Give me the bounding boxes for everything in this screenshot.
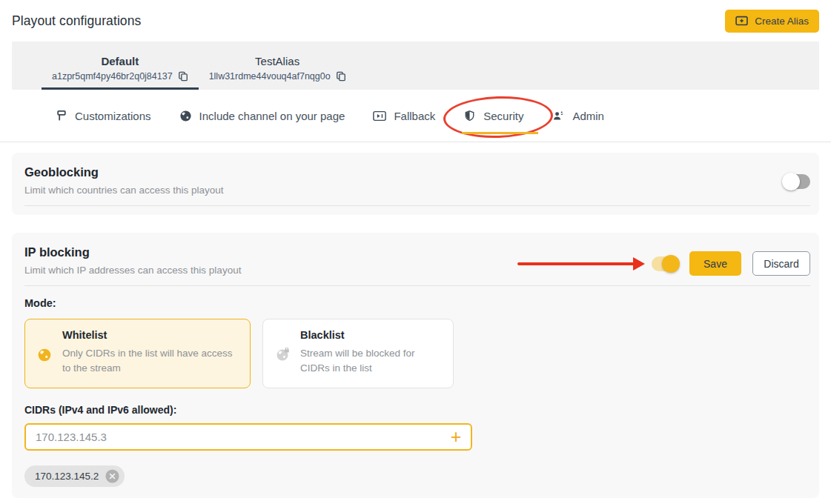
red-arrow-annotation	[517, 256, 645, 271]
mode-selector: Whitelist Only CIDRs in the list will ha…	[24, 319, 807, 388]
cidr-input-group: +	[24, 423, 472, 451]
ip-blocking-description: Limit which IP addresses can access this…	[24, 265, 241, 276]
toggle-knob	[662, 255, 680, 273]
page-header: Playout configurations Create Alias	[0, 0, 831, 42]
tab-fallback[interactable]: Fallback	[373, 110, 435, 122]
ip-blocking-section: IP blocking Limit which IP addresses can…	[12, 233, 819, 498]
copy-icon[interactable]	[178, 71, 188, 82]
geoblocking-description: Limit which countries can access this pl…	[24, 185, 224, 196]
alias-name: Default	[101, 55, 139, 67]
geoblocking-section: Geoblocking Limit which countries can ac…	[12, 153, 819, 215]
cidr-chip-value: 170.123.145.2	[35, 471, 99, 482]
mode-description: Only CIDRs in the list will have access …	[62, 346, 238, 377]
create-alias-label: Create Alias	[755, 16, 809, 27]
tab-label: Admin	[572, 110, 604, 122]
geoblocking-toggle[interactable]	[784, 174, 810, 189]
save-button[interactable]: Save	[689, 251, 741, 276]
globe-icon	[179, 110, 192, 122]
ip-blocking-title: IP blocking	[24, 245, 241, 259]
globe-icon	[37, 346, 62, 377]
cidr-chip-list: 170.123.145.2	[24, 465, 807, 487]
mode-whitelist[interactable]: Whitelist Only CIDRs in the list will ha…	[24, 319, 251, 388]
ip-blocking-toggle[interactable]	[652, 256, 678, 271]
tab-admin[interactable]: Admin	[552, 110, 604, 122]
mode-label: Mode:	[24, 297, 807, 309]
toggle-knob	[782, 173, 800, 190]
mode-title: Whitelist	[62, 329, 238, 341]
remove-cidr-icon[interactable]	[105, 469, 119, 483]
section-nav: Customizations Include channel on your p…	[0, 90, 831, 142]
cidr-chip: 170.123.145.2	[24, 465, 125, 487]
cidrs-label: CIDRs (IPv4 and IPv6 allowed):	[24, 404, 807, 416]
ip-blocking-body: Mode: Whitelist Only CIDRs in the list w…	[24, 297, 807, 487]
playout-configurations-page: Playout configurations Create Alias Defa…	[0, 0, 831, 504]
shield-icon	[463, 110, 476, 122]
add-cidr-button[interactable]: +	[443, 425, 469, 448]
ip-blocking-header: IP blocking Limit which IP addresses can…	[24, 245, 810, 286]
tab-label: Customizations	[75, 110, 151, 122]
page-title: Playout configurations	[12, 13, 141, 29]
mode-title: Blacklist	[300, 329, 441, 341]
alias-id: a1zpr5qmf4py46br2q0j84137	[52, 71, 173, 82]
alias-tab-bar: Default a1zpr5qmf4py46br2q0j84137 TestAl…	[12, 42, 819, 90]
create-alias-button[interactable]: Create Alias	[725, 10, 819, 33]
geoblocking-header: Geoblocking Limit which countries can ac…	[24, 165, 810, 206]
mode-description: Stream will be blocked for CIDRs in the …	[300, 346, 441, 377]
alias-tab-testalias[interactable]: TestAlias 1llw31rdme44vouq4af7nqg0o	[199, 42, 357, 90]
alias-name: TestAlias	[255, 55, 299, 67]
alias-id: 1llw31rdme44vouq4af7nqg0o	[209, 71, 331, 82]
add-screen-icon	[735, 16, 749, 27]
globe-lock-icon	[275, 346, 300, 377]
alias-tab-default[interactable]: Default a1zpr5qmf4py46br2q0j84137	[42, 42, 199, 90]
tab-label: Fallback	[394, 110, 435, 122]
copy-icon[interactable]	[336, 71, 346, 82]
discard-button[interactable]: Discard	[752, 251, 810, 276]
paint-roller-icon	[56, 110, 67, 122]
tab-customizations[interactable]: Customizations	[56, 110, 151, 122]
tab-security[interactable]: Security	[463, 110, 523, 122]
tab-include-channel[interactable]: Include channel on your page	[179, 110, 345, 122]
geoblocking-title: Geoblocking	[24, 165, 224, 179]
cidr-input[interactable]	[24, 423, 472, 451]
tab-label: Security	[483, 110, 523, 122]
video-monitor-icon	[373, 110, 386, 122]
tab-label: Include channel on your page	[199, 110, 345, 122]
mode-blacklist[interactable]: Blacklist Stream will be blocked for CID…	[262, 319, 454, 388]
admin-person-icon	[552, 110, 565, 122]
